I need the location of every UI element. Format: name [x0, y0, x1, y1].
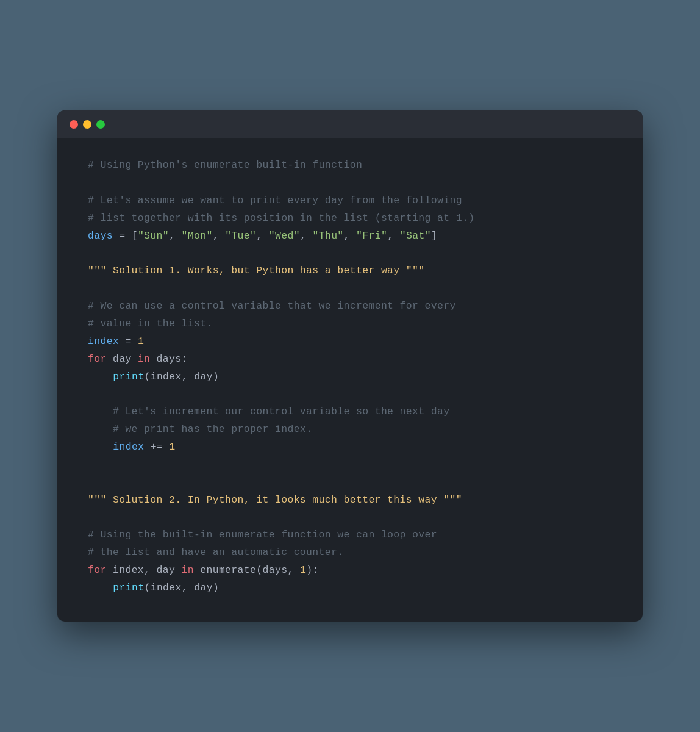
code-line: """ Solution 2. In Python, it looks much… [88, 492, 612, 509]
code-line: index = 1 [88, 333, 612, 351]
code-line: print(index, day) [88, 580, 612, 597]
code-line: """ Solution 1. Works, but Python has a … [88, 262, 612, 280]
code-line: for index, day in enumerate(days, 1): [88, 562, 612, 580]
code-line: for day in days: [88, 351, 612, 368]
code-line: # Let's assume we want to print every da… [88, 192, 612, 210]
code-line: index += 1 [88, 439, 612, 456]
code-line: # value in the list. [88, 315, 612, 333]
code-line: # Using the built-in enumerate function … [88, 526, 612, 544]
minimize-button[interactable] [83, 120, 91, 129]
code-window: # Using Python's enumerate built-in func… [57, 110, 643, 622]
code-line: # We can use a control variable that we … [88, 298, 612, 315]
code-line: # the list and have an automatic counter… [88, 544, 612, 562]
code-line: # Let's increment our control variable s… [88, 403, 612, 421]
close-button[interactable] [70, 120, 78, 129]
code-editor: # Using Python's enumerate built-in func… [57, 138, 643, 622]
code-line: # list together with its position in the… [88, 210, 612, 228]
maximize-button[interactable] [96, 120, 105, 129]
code-line: # Using Python's enumerate built-in func… [88, 157, 612, 174]
titlebar [57, 110, 643, 138]
code-line: days = ["Sun", "Mon", "Tue", "Wed", "Thu… [88, 228, 612, 245]
code-line: print(index, day) [88, 368, 612, 386]
code-line: # we print has the proper index. [88, 421, 612, 439]
